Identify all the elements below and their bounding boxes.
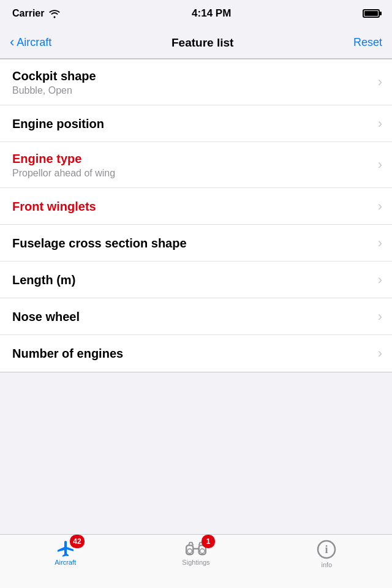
list-item-content-nose-wheel: Nose wheel [12, 309, 373, 325]
list-item-content-front-winglets: Front winglets [12, 198, 373, 214]
list-item-title-length: Length (m) [12, 272, 373, 288]
wifi-icon [49, 8, 60, 19]
list-item-content-fuselage-cross-section: Fuselage cross section shape [12, 235, 373, 251]
page-title: Feature list [172, 36, 233, 50]
list-item-title-number-of-engines: Number of engines [12, 345, 373, 361]
list-item-content-number-of-engines: Number of engines [12, 345, 373, 361]
list-item-title-nose-wheel: Nose wheel [12, 309, 373, 325]
chevron-icon-length: › [378, 272, 382, 288]
status-left: Carrier [12, 8, 60, 19]
status-bar: Carrier 4:14 PM [0, 0, 392, 27]
info-icon: i [317, 540, 336, 559]
info-tab-label: info [321, 561, 332, 568]
list-item-length[interactable]: Length (m)› [0, 262, 392, 298]
tab-info[interactable]: i info [262, 540, 392, 568]
main-content: Cockpit shapeBubble, Open›Engine positio… [0, 59, 392, 534]
list-item-content-length: Length (m) [12, 272, 373, 288]
back-chevron-icon: ‹ [10, 36, 14, 49]
list-item-subtitle-engine-type: Propellor ahead of wing [12, 168, 373, 179]
list-item-content-engine-type: Engine typePropellor ahead of wing [12, 151, 373, 179]
svg-point-3 [200, 549, 205, 553]
list-item-title-front-winglets: Front winglets [12, 198, 373, 214]
list-item-front-winglets[interactable]: Front winglets› [0, 188, 392, 225]
list-item-title-engine-type: Engine type [12, 151, 373, 167]
list-item-fuselage-cross-section[interactable]: Fuselage cross section shape› [0, 225, 392, 262]
carrier-label: Carrier [12, 8, 44, 19]
list-item-content-cockpit-shape: Cockpit shapeBubble, Open [12, 68, 373, 96]
svg-point-2 [187, 549, 192, 553]
reset-button[interactable]: Reset [353, 36, 382, 49]
chevron-icon-fuselage-cross-section: › [378, 235, 382, 251]
list-item-title-engine-position: Engine position [12, 116, 373, 132]
chevron-icon-cockpit-shape: › [378, 74, 382, 90]
list-item-content-engine-position: Engine position [12, 116, 373, 132]
list-item-title-cockpit-shape: Cockpit shape [12, 68, 373, 84]
svg-text:i: i [325, 543, 328, 556]
list-item-engine-position[interactable]: Engine position› [0, 105, 392, 142]
chevron-icon-nose-wheel: › [378, 309, 382, 325]
list-item-number-of-engines[interactable]: Number of engines› [0, 335, 392, 372]
chevron-icon-engine-position: › [378, 116, 382, 132]
status-time: 4:14 PM [192, 7, 231, 20]
tab-aircraft[interactable]: 42 Aircraft [0, 540, 130, 566]
feature-list: Cockpit shapeBubble, Open›Engine positio… [0, 59, 392, 372]
back-button[interactable]: ‹ Aircraft [10, 36, 51, 49]
chevron-icon-front-winglets: › [378, 198, 382, 214]
aircraft-badge: 42 [70, 535, 84, 548]
tab-sightings[interactable]: 1 Sightings [130, 540, 261, 566]
back-label: Aircraft [17, 36, 51, 49]
aircraft-tab-icon-wrap: 42 [55, 540, 76, 557]
sightings-badge: 1 [202, 535, 215, 548]
list-item-subtitle-cockpit-shape: Bubble, Open [12, 85, 373, 96]
status-right [363, 9, 380, 18]
battery-icon [363, 9, 380, 18]
chevron-icon-number-of-engines: › [378, 345, 382, 361]
info-tab-icon-wrap: i [317, 540, 336, 559]
nav-bar: ‹ Aircraft Feature list Reset [0, 27, 392, 59]
list-item-title-fuselage-cross-section: Fuselage cross section shape [12, 235, 373, 251]
list-item-cockpit-shape[interactable]: Cockpit shapeBubble, Open› [0, 59, 392, 105]
tab-bar: 42 Aircraft 1 Sightings i inf [0, 534, 392, 588]
aircraft-tab-label: Aircraft [55, 559, 76, 566]
sightings-tab-icon-wrap: 1 [186, 540, 206, 557]
list-item-engine-type[interactable]: Engine typePropellor ahead of wing› [0, 142, 392, 188]
list-item-nose-wheel[interactable]: Nose wheel› [0, 298, 392, 335]
chevron-icon-engine-type: › [378, 157, 382, 173]
sightings-tab-label: Sightings [182, 559, 209, 566]
